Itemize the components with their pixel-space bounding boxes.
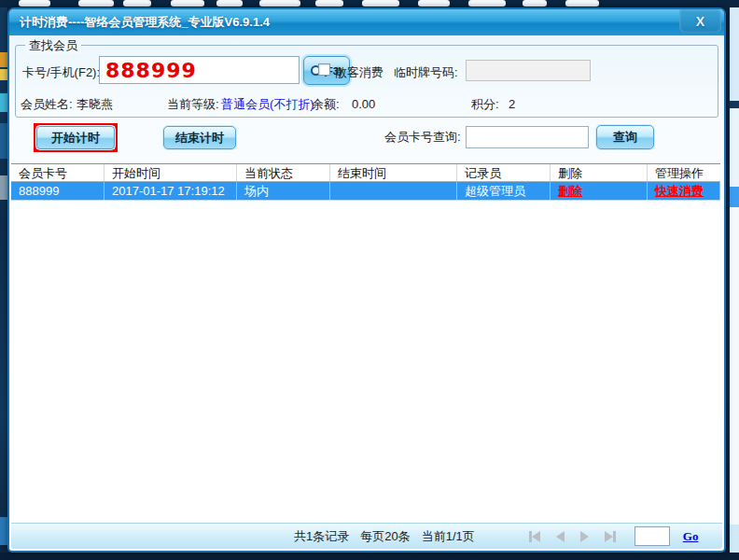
window-title: 计时消费----智络会员管理系统_专业版V6.9.1.4 bbox=[20, 15, 270, 29]
per-page-count: 每页20条 bbox=[360, 528, 410, 545]
record-summary: 共1条记录 每页20条 当前1/1页 bbox=[294, 528, 475, 545]
cell-card: 888999 bbox=[11, 182, 105, 200]
background-right-strip bbox=[730, 7, 739, 553]
background-window-fragment bbox=[730, 7, 739, 101]
table-row[interactable]: 888999 2017-01-17 17:19:12 场内 超级管理员 删除 快… bbox=[11, 182, 720, 201]
background-left-strip bbox=[0, 7, 7, 553]
walkin-consumption-label: 散客消费 bbox=[335, 65, 383, 80]
background-window-fragment bbox=[730, 525, 739, 553]
status-bar: 共1条记录 每页20条 当前1/1页 Go bbox=[11, 523, 722, 549]
points-label: 积分: bbox=[471, 97, 499, 112]
card-number-input[interactable] bbox=[99, 56, 300, 84]
last-page-icon[interactable] bbox=[605, 531, 616, 542]
temp-tag-input bbox=[466, 60, 591, 81]
temp-tag-label: 临时牌号码: bbox=[394, 65, 458, 80]
background-window-fragment bbox=[171, 0, 204, 7]
background-window-fragment bbox=[418, 0, 450, 7]
background-window-fragment bbox=[468, 0, 506, 7]
card-query-label: 会员卡号查询: bbox=[384, 130, 461, 145]
member-level-value: 普通会员(不打折) bbox=[221, 97, 314, 112]
background-window-fragment bbox=[565, 0, 599, 7]
walkin-consumption-checkbox[interactable] bbox=[318, 63, 330, 76]
background-window-fragment bbox=[730, 207, 739, 525]
member-name-value: 李晓燕 bbox=[77, 97, 113, 112]
background-window-fragment bbox=[315, 0, 343, 7]
cell-end-time bbox=[330, 182, 457, 200]
background-window-fragment bbox=[362, 0, 399, 7]
background-window-fragment bbox=[123, 0, 151, 7]
current-page: 当前1/1页 bbox=[422, 528, 475, 545]
close-icon: X bbox=[696, 8, 704, 35]
background-window-fragment bbox=[0, 69, 7, 80]
background-window-fragment bbox=[259, 0, 300, 7]
next-page-icon[interactable] bbox=[580, 531, 589, 542]
header-status[interactable]: 当前状态 bbox=[237, 164, 330, 181]
query-button[interactable]: 查询 bbox=[596, 125, 654, 149]
delete-link[interactable]: 删除 bbox=[558, 184, 582, 198]
background-window-fragment bbox=[78, 0, 114, 7]
background-window-fragment bbox=[0, 517, 7, 545]
start-timing-button[interactable]: 开始计时 bbox=[36, 126, 115, 149]
background-window-fragment bbox=[523, 0, 547, 7]
quick-consume-link[interactable]: 快速消费 bbox=[655, 184, 704, 198]
header-delete[interactable]: 删除 bbox=[551, 164, 648, 181]
header-recorder[interactable]: 记录员 bbox=[457, 164, 551, 181]
table-header-row: 会员卡号 开始时间 当前状态 结束时间 记录员 删除 管理操作 bbox=[11, 163, 720, 182]
close-button[interactable]: X bbox=[679, 9, 721, 33]
balance-label: 余额: bbox=[312, 97, 340, 112]
focus-highlight-rectangle: 开始计时 bbox=[34, 123, 118, 152]
header-manage[interactable]: 管理操作 bbox=[648, 164, 720, 181]
background-window-fragment bbox=[730, 187, 739, 207]
cell-status: 场内 bbox=[237, 182, 330, 200]
timing-records-table: 会员卡号 开始时间 当前状态 结束时间 记录员 删除 管理操作 888999 2… bbox=[11, 163, 720, 201]
cell-recorder: 超级管理员 bbox=[457, 182, 551, 200]
background-window-fragment bbox=[0, 52, 7, 67]
background-window-fragment bbox=[0, 93, 7, 112]
dialog-content: 查找会员 卡号/手机(F2): (F3) 散客消费 临时牌号码: 会员姓名: 李… bbox=[9, 35, 724, 551]
member-name-label: 会员姓名: bbox=[21, 97, 73, 112]
background-window-fragment bbox=[730, 101, 739, 108]
points-value: 2 bbox=[509, 97, 515, 112]
header-start-time[interactable]: 开始时间 bbox=[105, 164, 237, 181]
background-window-fragment bbox=[0, 123, 7, 159]
cell-start-time: 2017-01-17 17:19:12 bbox=[105, 182, 237, 200]
member-level-label: 当前等级: bbox=[167, 97, 219, 112]
page-number-input[interactable] bbox=[634, 526, 670, 546]
card-phone-label: 卡号/手机(F2): bbox=[22, 65, 100, 80]
background-window-fragment bbox=[19, 0, 50, 7]
card-query-input[interactable] bbox=[466, 126, 589, 148]
background-window-fragment bbox=[730, 108, 739, 187]
timed-consumption-dialog: 计时消费----智络会员管理系统_专业版V6.9.1.4 X 查找会员 卡号/手… bbox=[7, 7, 726, 553]
record-count: 共1条记录 bbox=[294, 528, 349, 545]
title-bar[interactable]: 计时消费----智络会员管理系统_专业版V6.9.1.4 X bbox=[9, 9, 724, 35]
header-card[interactable]: 会员卡号 bbox=[11, 164, 105, 181]
groupbox-legend: 查找会员 bbox=[25, 37, 81, 54]
pagination bbox=[529, 531, 616, 542]
prev-page-icon[interactable] bbox=[556, 531, 565, 542]
find-member-groupbox: 查找会员 卡号/手机(F2): (F3) 散客消费 临时牌号码: 会员姓名: 李… bbox=[15, 45, 718, 118]
balance-value: 0.00 bbox=[352, 97, 375, 112]
go-link[interactable]: Go bbox=[683, 529, 699, 544]
background-window-fragment bbox=[0, 175, 7, 200]
background-window-fragment bbox=[216, 0, 243, 7]
stop-timing-button[interactable]: 结束计时 bbox=[163, 126, 236, 149]
header-end-time[interactable]: 结束时间 bbox=[330, 164, 457, 181]
first-page-icon[interactable] bbox=[529, 531, 540, 542]
